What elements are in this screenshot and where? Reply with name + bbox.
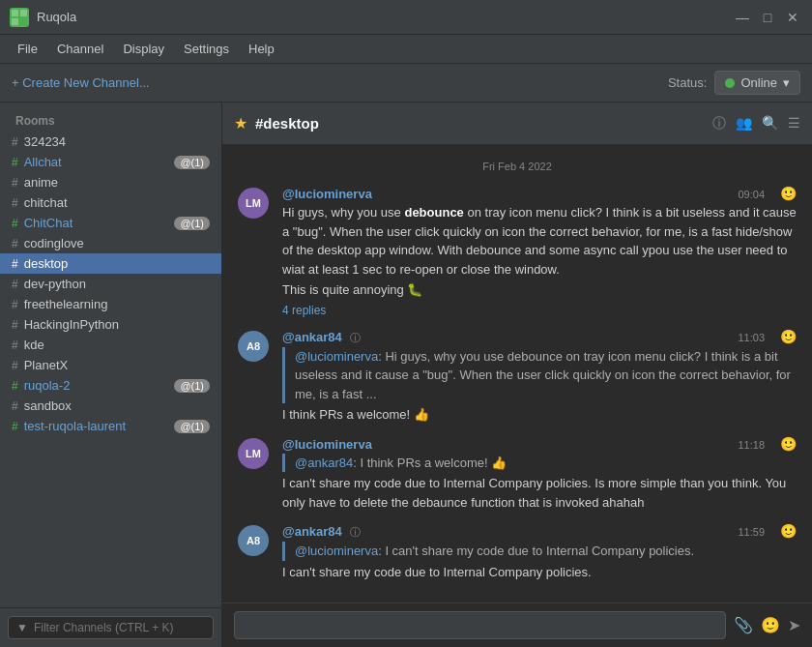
sidebar-item-ChitChat[interactable]: #ChitChat@(1) xyxy=(0,213,221,233)
message-username[interactable]: @luciominerva xyxy=(282,437,372,452)
sidebar-item-freethelearning[interactable]: #freethelearning xyxy=(0,294,221,314)
kebab-menu-icon[interactable]: ☰ xyxy=(788,115,800,132)
emoji-picker-icon[interactable]: 🙂 xyxy=(761,616,780,634)
message-item: A8@ankar84ⓘ11:03🙂@luciominerva: Hi guys,… xyxy=(222,323,812,430)
menu-channel[interactable]: Channel xyxy=(47,38,113,60)
emoji-reaction-button[interactable]: 🙂 xyxy=(780,329,797,344)
message-time: 11:18 xyxy=(738,439,765,451)
hash-icon: # xyxy=(12,156,18,169)
menu-display[interactable]: Display xyxy=(113,38,174,60)
avatar: A8 xyxy=(238,523,273,558)
hash-icon: # xyxy=(12,237,18,250)
sidebar-item-kde[interactable]: #kde xyxy=(0,335,221,355)
hash-icon: # xyxy=(12,135,18,149)
message-content: I can't share my code due to Internal Co… xyxy=(282,563,797,582)
room-name-label: PlanetX xyxy=(24,358,210,372)
quote-username[interactable]: @luciominerva xyxy=(295,349,378,364)
sidebar-item-HackingInPython[interactable]: #HackingInPython xyxy=(0,314,221,335)
menu-help[interactable]: Help xyxy=(239,38,284,60)
status-dropdown[interactable]: Online ▾ xyxy=(714,71,800,95)
quote-username[interactable]: @luciominerva xyxy=(295,544,378,558)
attachment-icon[interactable]: 📎 xyxy=(734,616,753,634)
message-quote: @luciominerva: I can't share my code due… xyxy=(282,542,797,561)
sidebar-item-test-ruqola-laurent[interactable]: #test-ruqola-laurent@(1) xyxy=(0,416,221,436)
info-icon[interactable]: ⓘ xyxy=(712,115,726,132)
status-area: Status: Online ▾ xyxy=(668,71,800,95)
message-header: @luciominerva11:18🙂 xyxy=(282,436,797,452)
sidebar-item-dev-python[interactable]: #dev-python xyxy=(0,274,221,294)
message-content: I think PRs a welcome! 👍 xyxy=(282,405,797,425)
room-badge: @(1) xyxy=(174,217,210,230)
hash-icon: # xyxy=(12,379,18,393)
avatar: LM xyxy=(238,436,273,471)
room-name-label: Allchat xyxy=(24,155,175,169)
message-username[interactable]: @luciominerva xyxy=(282,187,372,201)
sidebar-item-324234[interactable]: #324234 xyxy=(0,132,221,152)
message-item: LM@luciominerva11:18🙂@ankar84: I think P… xyxy=(222,430,812,518)
avatar-circle: LM xyxy=(238,438,269,469)
sidebar-item-sandbox[interactable]: #sandbox xyxy=(0,396,221,416)
room-name-label: ruqola-2 xyxy=(24,378,175,393)
avatar-circle: A8 xyxy=(238,525,269,556)
message-username[interactable]: @ankar84 xyxy=(282,524,342,539)
emoji-reaction-button[interactable]: 🙂 xyxy=(780,436,797,452)
hash-icon: # xyxy=(12,176,18,190)
room-name-label: test-ruqola-laurent xyxy=(24,419,175,433)
hash-icon: # xyxy=(12,298,18,311)
members-icon[interactable]: 👥 xyxy=(736,115,752,132)
room-name-label: codinglove xyxy=(24,236,210,250)
sidebar-item-allchat[interactable]: #Allchat@(1) xyxy=(0,152,221,172)
room-badge: @(1) xyxy=(174,156,210,169)
message-item: A8@ankar84ⓘ11:59🙂@luciominerva: I can't … xyxy=(222,517,812,587)
window-controls: — □ ✕ xyxy=(733,8,802,27)
message-header: @luciominerva09:04🙂 xyxy=(282,186,797,201)
toolbar: + Create New Channel... Status: Online ▾ xyxy=(0,64,812,103)
message-username[interactable]: @ankar84 xyxy=(282,330,342,344)
hash-icon: # xyxy=(12,420,18,433)
search-icon[interactable]: 🔍 xyxy=(762,115,778,132)
menu-file[interactable]: File xyxy=(8,38,47,60)
quote-username[interactable]: @ankar84 xyxy=(295,456,353,470)
sidebar-item-ruqola-2[interactable]: #ruqola-2@(1) xyxy=(0,375,221,396)
close-button[interactable]: ✕ xyxy=(783,8,802,27)
hash-icon: # xyxy=(12,359,18,372)
room-name-label: dev-python xyxy=(24,277,210,291)
sidebar-filter: ▼ xyxy=(0,607,221,647)
message-input[interactable] xyxy=(234,611,726,639)
sidebar-item-anime[interactable]: #anime xyxy=(0,172,221,192)
hash-icon: # xyxy=(12,399,18,413)
sidebar-item-codinglove[interactable]: #codinglove xyxy=(0,233,221,253)
status-label: Status: xyxy=(668,75,707,90)
hash-icon: # xyxy=(12,318,18,332)
emoji-reaction-button[interactable]: 🙂 xyxy=(780,186,797,201)
rooms-list: Rooms #324234#Allchat@(1)#anime#chitchat… xyxy=(0,103,221,607)
room-badge: @(1) xyxy=(174,420,210,433)
create-channel-button[interactable]: + Create New Channel... xyxy=(12,75,150,90)
minimize-button[interactable]: — xyxy=(733,8,752,27)
sidebar: Rooms #324234#Allchat@(1)#anime#chitchat… xyxy=(0,103,222,647)
sidebar-item-chitchat[interactable]: #chitchat xyxy=(0,192,221,213)
avatar: A8 xyxy=(238,329,273,364)
message-content: I can't share my code due to Internal Co… xyxy=(282,474,797,512)
send-icon[interactable]: ➤ xyxy=(788,616,800,634)
message-info-icon[interactable]: ⓘ xyxy=(350,525,361,540)
replies-button[interactable]: 4 replies xyxy=(282,304,797,317)
menu-settings[interactable]: Settings xyxy=(174,38,239,60)
online-indicator xyxy=(725,78,735,88)
sidebar-item-PlanetX[interactable]: #PlanetX xyxy=(0,355,221,375)
sidebar-item-desktop[interactable]: #desktop xyxy=(0,253,221,274)
hash-icon: # xyxy=(12,196,18,210)
message-body: @ankar84ⓘ11:03🙂@luciominerva: Hi guys, w… xyxy=(282,329,797,425)
rooms-header: Rooms xyxy=(0,110,221,132)
room-badge: @(1) xyxy=(174,379,210,393)
svg-rect-2 xyxy=(12,18,18,25)
maximize-button[interactable]: □ xyxy=(758,8,777,27)
message-info-icon[interactable]: ⓘ xyxy=(350,331,361,345)
chat-area: ★ #desktop ⓘ 👥 🔍 ☰ Fri Feb 4 2022 LM@luc… xyxy=(222,103,812,647)
star-icon[interactable]: ★ xyxy=(234,114,247,132)
message-body: @luciominerva11:18🙂@ankar84: I think PRs… xyxy=(282,436,797,513)
filter-channels-input[interactable] xyxy=(34,621,205,634)
svg-rect-1 xyxy=(20,10,27,16)
chevron-down-icon: ▾ xyxy=(783,75,790,90)
emoji-reaction-button[interactable]: 🙂 xyxy=(780,523,797,539)
